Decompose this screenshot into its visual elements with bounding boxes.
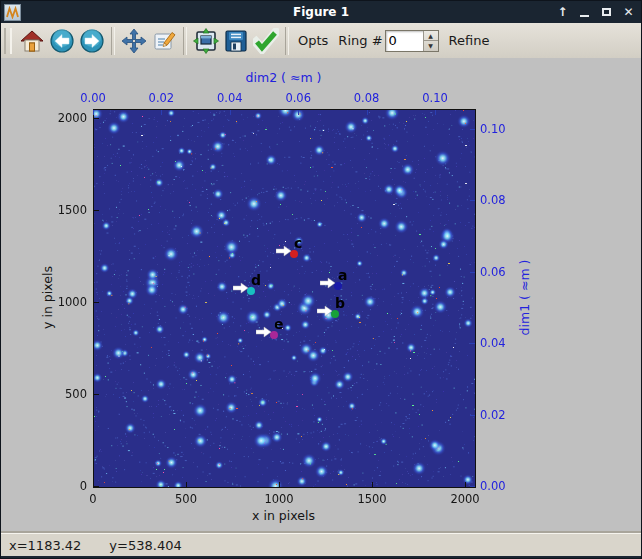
annotation-arrow-icon xyxy=(317,305,333,317)
dim2-tick-label: 0.06 xyxy=(278,91,318,105)
dim1-tick xyxy=(470,272,475,273)
point-label: d xyxy=(251,272,261,288)
y-tick-label: 0 xyxy=(41,479,87,493)
dim1-tick-label: 0.10 xyxy=(480,122,520,136)
x-tick-label: 500 xyxy=(166,492,206,506)
plot-axes[interactable]: abcde xyxy=(93,109,476,488)
back-icon xyxy=(49,28,75,54)
app-icon xyxy=(4,4,21,21)
maximize-button[interactable] xyxy=(600,5,613,19)
x-tick-label: 1500 xyxy=(352,492,392,506)
titlebar[interactable]: Figure 1 ↑ ✕ xyxy=(1,1,641,23)
point-label: b xyxy=(335,295,345,311)
toolbar-separator xyxy=(111,27,115,55)
home-button[interactable] xyxy=(17,26,47,56)
zoom-fit-icon xyxy=(193,28,219,54)
y-tick-label: 1000 xyxy=(41,295,87,309)
annotation-arrow-icon xyxy=(256,326,272,338)
y-tick-label: 500 xyxy=(41,387,87,401)
cursor-y-readout: y=538.404 xyxy=(109,538,181,553)
dim1-tick xyxy=(470,486,475,487)
y-tick-label: 1500 xyxy=(41,203,87,217)
dim2-tick-label: 0.00 xyxy=(73,91,113,105)
toolbar-grip[interactable] xyxy=(4,28,12,54)
annotation-arrow-icon xyxy=(276,245,292,257)
ring-number-spinbox: ▲ ▼ xyxy=(385,30,439,52)
edit-icon xyxy=(151,28,177,54)
y-tick xyxy=(94,118,99,119)
x-tick xyxy=(279,482,280,487)
apply-check-icon xyxy=(253,28,279,54)
point-label: a xyxy=(338,267,347,283)
zoom-fit-button[interactable] xyxy=(191,26,221,56)
x-tick xyxy=(372,482,373,487)
back-button[interactable] xyxy=(47,26,77,56)
y-tick xyxy=(94,210,99,211)
minimize-button[interactable] xyxy=(578,5,591,19)
dim2-tick-label: 0.04 xyxy=(210,91,250,105)
annotation-arrow-icon xyxy=(320,277,336,289)
statusbar: x=1183.42 y=538.404 xyxy=(1,533,641,557)
dim1-tick-label: 0.08 xyxy=(480,193,520,207)
close-button[interactable]: ✕ xyxy=(622,5,635,19)
y-tick xyxy=(94,302,99,303)
dim2-tick-label: 0.02 xyxy=(141,91,181,105)
forward-button[interactable] xyxy=(77,26,107,56)
x-tick xyxy=(186,482,187,487)
dim1-tick-label: 0.00 xyxy=(480,479,520,493)
cursor-x-readout: x=1183.42 xyxy=(9,538,81,553)
dim2-tick-label: 0.08 xyxy=(347,91,387,105)
ring-number-input[interactable] xyxy=(386,31,423,51)
rollup-button[interactable]: ↑ xyxy=(556,5,569,19)
dim2-tick xyxy=(367,110,368,115)
annotation-arrow-icon xyxy=(233,282,249,294)
dim1-tick xyxy=(470,200,475,201)
x-tick-label: 2000 xyxy=(445,492,485,506)
figure-window: Figure 1 ↑ ✕ xyxy=(0,0,642,559)
x-tick xyxy=(465,482,466,487)
dim1-tick-label: 0.04 xyxy=(480,336,520,350)
forward-icon xyxy=(79,28,105,54)
toolbar: Opts Ring # ▲ ▼ Refine xyxy=(1,23,641,59)
pan-button[interactable] xyxy=(119,26,149,56)
opts-button[interactable]: Opts xyxy=(298,33,328,48)
save-icon xyxy=(223,28,249,54)
apply-button[interactable] xyxy=(251,26,281,56)
point-label: e xyxy=(274,316,284,332)
x-tick-label: 1000 xyxy=(259,492,299,506)
dim2-tick-label: 0.10 xyxy=(415,91,455,105)
dim2-tick xyxy=(298,110,299,115)
edit-button[interactable] xyxy=(149,26,179,56)
dim2-tick xyxy=(161,110,162,115)
x-axis-title: x in pixels xyxy=(1,508,566,523)
spin-up-icon[interactable]: ▲ xyxy=(424,31,438,42)
refine-button[interactable]: Refine xyxy=(449,33,490,48)
dim1-tick-label: 0.02 xyxy=(480,408,520,422)
spin-down-icon[interactable]: ▼ xyxy=(424,41,438,51)
y-tick xyxy=(94,394,99,395)
dim2-tick xyxy=(435,110,436,115)
home-icon xyxy=(20,29,44,53)
y-tick-label: 2000 xyxy=(41,111,87,125)
dim1-tick xyxy=(470,415,475,416)
save-button[interactable] xyxy=(221,26,251,56)
point-label: c xyxy=(294,235,302,251)
dim2-tick xyxy=(230,110,231,115)
figure-canvas-area: abcde dim2 ( ≈m ) x in pixels y in pixel… xyxy=(1,58,641,533)
pan-icon xyxy=(121,28,147,54)
dim1-tick xyxy=(470,129,475,130)
toolbar-separator xyxy=(183,27,187,55)
x-tick-label: 0 xyxy=(73,492,113,506)
y-tick xyxy=(94,486,99,487)
window-title: Figure 1 xyxy=(1,5,641,19)
top-axis-title: dim2 ( ≈m ) xyxy=(1,70,566,85)
dim1-tick-label: 0.06 xyxy=(480,265,520,279)
dim1-tick xyxy=(470,343,475,344)
right-axis-title: dim1 ( ≈m ) xyxy=(517,248,532,348)
dim2-tick xyxy=(93,110,94,115)
ring-number-label: Ring # xyxy=(338,33,382,48)
toolbar-separator xyxy=(285,27,289,55)
